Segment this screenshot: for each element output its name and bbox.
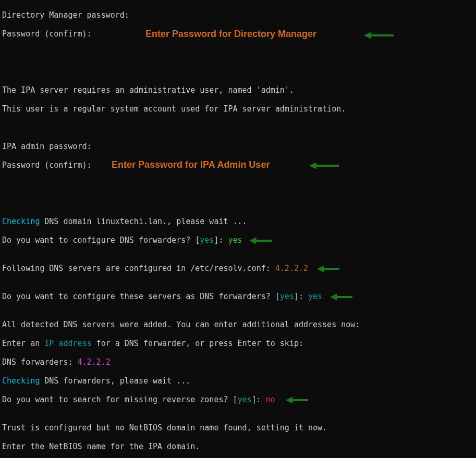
svg-marker-0: [364, 32, 371, 39]
text: Password (confirm):: [2, 29, 92, 39]
text: Enter an: [2, 339, 44, 348]
text: All detected DNS servers were added. You…: [2, 320, 360, 329]
arrow-icon: [331, 293, 355, 301]
text: The IPA server requires an administrativ…: [2, 85, 294, 95]
arrow-icon: [310, 162, 341, 169]
text: Password (confirm):: [2, 160, 92, 170]
svg-marker-10: [286, 397, 292, 403]
dns-forwarder-value: 4.2.2.2: [78, 357, 111, 367]
dns-ip: 4.2.2.2: [275, 264, 308, 273]
text: Do you want to search for missing revers…: [2, 395, 238, 404]
arrow-icon: [318, 265, 341, 273]
default-yes: yes: [280, 292, 294, 301]
text: ]:: [214, 236, 228, 245]
text: ]:: [252, 395, 266, 404]
text: Do you want to configure these servers a…: [2, 292, 280, 301]
arrow-icon: [286, 397, 310, 404]
ip-address-label: IP address: [44, 339, 91, 348]
text: IPA admin password:: [2, 142, 92, 151]
status-checking: Checking: [2, 217, 40, 226]
text: DNS forwarders, please wait ...: [40, 376, 190, 386]
terminal-output: Directory Manager password: Password (co…: [0, 0, 476, 458]
text: Trust is configured but no NetBIOS domai…: [2, 423, 327, 432]
annotation-ipa-admin: Enter Password for IPA Admin User: [112, 159, 270, 171]
svg-marker-6: [318, 266, 324, 272]
text: for a DNS forwarder, or press Enter to s…: [92, 339, 303, 348]
input-yes: yes: [228, 236, 242, 245]
default-yes: yes: [200, 236, 214, 245]
text: ]:: [294, 292, 308, 301]
input-yes: yes: [308, 292, 322, 301]
text: DNS domain linuxtechi.lan., please wait …: [40, 217, 247, 226]
default-yes: yes: [238, 395, 252, 404]
arrow-icon: [250, 237, 274, 244]
text: Directory Manager password:: [2, 10, 129, 20]
arrow-icon: [364, 32, 396, 39]
text: This user is a regular system account us…: [2, 104, 346, 114]
svg-marker-4: [250, 238, 256, 244]
text: Do you want to configure DNS forwarders?…: [2, 236, 200, 245]
svg-marker-8: [331, 294, 337, 300]
text: Enter the NetBIOS name for the IPA domai…: [2, 442, 200, 451]
annotation-dir-mgr: Enter Password for Directory Manager: [145, 29, 316, 40]
status-checking: Checking: [2, 376, 40, 386]
text: Following DNS servers are configured in …: [2, 264, 275, 273]
input-no: no: [266, 395, 275, 404]
svg-marker-2: [310, 163, 316, 169]
text: DNS forwarders:: [2, 357, 78, 367]
